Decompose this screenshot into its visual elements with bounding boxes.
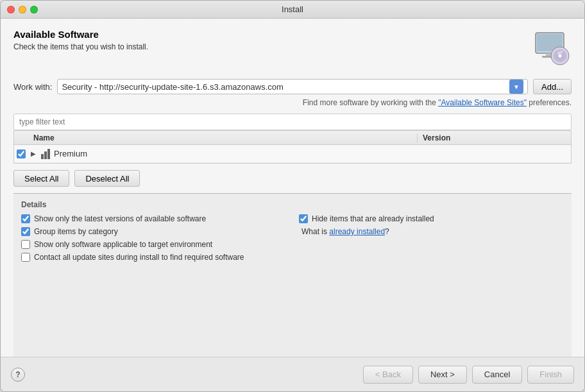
checkbox-target-environment-label: Show only software applicable to target … bbox=[34, 240, 212, 249]
work-with-value: Security - http://security-update-site-1… bbox=[62, 82, 283, 92]
checkbox-contact-update-sites[interactable] bbox=[21, 253, 30, 262]
checkbox-contact-update-sites-label: Contact all update sites during install … bbox=[34, 253, 244, 262]
window-controls bbox=[7, 6, 38, 13]
title-bar: Install bbox=[1, 1, 584, 19]
install-window: Install Available Software Check the ite… bbox=[0, 0, 585, 392]
work-with-row: Work with: Security - http://security-up… bbox=[13, 79, 572, 94]
finish-button[interactable]: Finish bbox=[527, 366, 574, 384]
details-right: Hide items that are already installed Wh… bbox=[299, 214, 564, 262]
checkbox-hide-installed-label: Hide items that are already installed bbox=[312, 214, 434, 223]
already-installed-row: What is already installed? bbox=[299, 227, 564, 236]
checkbox-hide-installed[interactable] bbox=[299, 214, 308, 223]
available-software-sites-link[interactable]: "Available Software Sites" bbox=[438, 98, 527, 107]
add-button[interactable]: Add... bbox=[533, 79, 572, 94]
cancel-button[interactable]: Cancel bbox=[472, 366, 522, 384]
page-title: Available Software bbox=[13, 29, 148, 40]
header-section: Available Software Check the items that … bbox=[13, 29, 572, 70]
work-with-dropdown[interactable]: ▼ bbox=[509, 80, 523, 94]
maximize-button[interactable] bbox=[30, 6, 38, 13]
details-title: Details bbox=[21, 200, 564, 209]
expand-icon[interactable]: ▶ bbox=[30, 150, 37, 158]
find-more-text-before: Find more software by working with the bbox=[303, 98, 438, 107]
close-button[interactable] bbox=[7, 6, 15, 13]
version-column-header: Version bbox=[417, 133, 545, 142]
footer-right: < Back Next > Cancel Finish bbox=[363, 366, 574, 384]
software-table: Name Version ▶ Premium bbox=[13, 130, 572, 164]
back-button[interactable]: < Back bbox=[363, 366, 413, 384]
already-installed-text-after: ? bbox=[385, 227, 389, 236]
page-subtitle: Check the items that you wish to install… bbox=[13, 42, 148, 51]
row-checkbox[interactable] bbox=[17, 149, 26, 158]
footer-left: ? bbox=[11, 368, 25, 382]
svg-point-6 bbox=[558, 54, 562, 58]
checkbox-latest-versions[interactable] bbox=[21, 214, 30, 223]
checkbox-row-3: Contact all update sites during install … bbox=[21, 253, 286, 262]
deselect-all-button[interactable]: Deselect All bbox=[74, 170, 140, 187]
checkbox-row-1: Group items by category bbox=[21, 227, 286, 236]
software-icon bbox=[41, 149, 50, 159]
checkbox-row-0: Show only the latest versions of availab… bbox=[21, 214, 286, 223]
find-more-text-after: preferences. bbox=[527, 98, 572, 107]
details-section: Details Show only the latest versions of… bbox=[13, 194, 572, 357]
header-icon bbox=[530, 29, 572, 70]
checkbox-row-2: Show only software applicable to target … bbox=[21, 240, 286, 249]
selection-buttons: Select All Deselect All bbox=[13, 170, 572, 187]
window-title: Install bbox=[282, 4, 303, 14]
already-installed-link[interactable]: already installed bbox=[329, 227, 385, 236]
checkbox-group-by-category-label: Group items by category bbox=[34, 227, 118, 236]
minimize-button[interactable] bbox=[19, 6, 26, 13]
footer: ? < Back Next > Cancel Finish bbox=[1, 357, 584, 391]
row-name-cell: ▶ Premium bbox=[14, 149, 417, 159]
filter-input[interactable] bbox=[13, 114, 572, 130]
details-content: Show only the latest versions of availab… bbox=[21, 214, 564, 262]
name-column-header: Name bbox=[14, 133, 417, 142]
main-content: Available Software Check the items that … bbox=[1, 19, 584, 357]
install-icon bbox=[530, 30, 572, 69]
find-more-row: Find more software by working with the "… bbox=[13, 98, 572, 107]
checkbox-target-environment[interactable] bbox=[21, 240, 30, 249]
work-with-label: Work with: bbox=[13, 82, 52, 92]
checkbox-latest-versions-label: Show only the latest versions of availab… bbox=[34, 214, 206, 223]
details-left: Show only the latest versions of availab… bbox=[21, 214, 286, 262]
help-button[interactable]: ? bbox=[11, 368, 25, 382]
checkbox-group-by-category[interactable] bbox=[21, 227, 30, 236]
next-button[interactable]: Next > bbox=[418, 366, 467, 384]
header-left: Available Software Check the items that … bbox=[13, 29, 148, 51]
already-installed-text-before: What is bbox=[301, 227, 329, 236]
row-label: Premium bbox=[54, 149, 87, 158]
table-header: Name Version bbox=[14, 131, 571, 145]
work-with-input-container: Security - http://security-update-site-1… bbox=[57, 79, 528, 94]
table-row: ▶ Premium bbox=[14, 145, 571, 163]
checkbox-row-hide-installed: Hide items that are already installed bbox=[299, 214, 564, 223]
select-all-button[interactable]: Select All bbox=[13, 170, 69, 187]
